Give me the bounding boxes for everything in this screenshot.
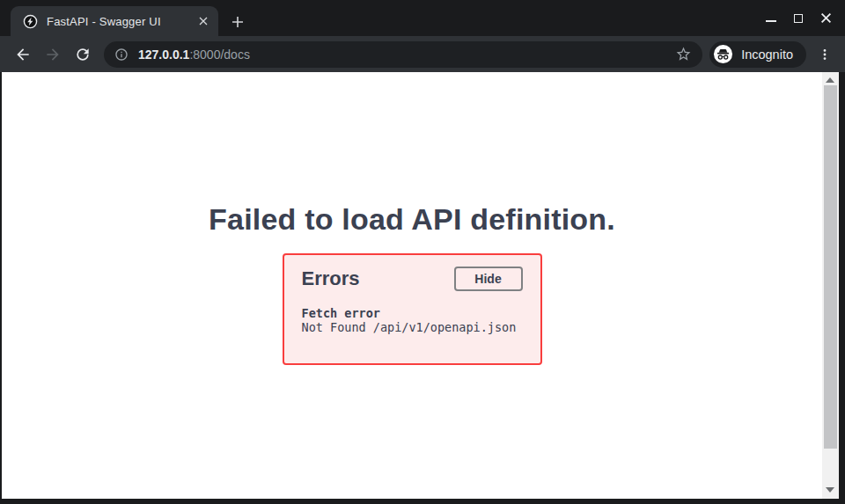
browser-tab[interactable]: FastAPI - Swagger UI [11,6,218,36]
window-close-button[interactable] [818,11,834,26]
forward-button[interactable] [39,40,67,69]
tab-title: FastAPI - Swagger UI [47,15,195,28]
forward-arrow-icon [44,46,62,63]
minimize-icon [766,20,776,22]
url-text: 127.0.0.1:8000/docs [138,47,250,62]
tab-close-icon[interactable] [195,13,211,29]
incognito-icon [713,44,733,64]
error-item: Fetch error Not Found /api/v1/openapi.js… [302,306,523,334]
incognito-label: Incognito [741,47,793,62]
errors-panel-title: Errors [302,267,360,291]
three-dots-icon [817,47,833,62]
browser-toolbar: 127.0.0.1:8000/docs Incognito [0,36,845,72]
scrollbar-thumb[interactable] [824,85,837,449]
hide-errors-button[interactable]: Hide [454,267,523,291]
back-button[interactable] [9,40,37,69]
incognito-badge: Incognito [709,41,806,68]
fastapi-favicon-icon [23,14,38,29]
url-path: :8000/docs [189,47,250,62]
address-bar[interactable]: 127.0.0.1:8000/docs [104,41,702,68]
reload-button[interactable] [69,40,97,69]
close-icon [820,12,832,24]
back-arrow-icon [14,46,32,63]
error-title: Fetch error [302,306,523,320]
url-host: 127.0.0.1 [138,47,189,62]
swagger-ui-content: Failed to load API definition. Errors Hi… [2,72,822,499]
window-minimize-button[interactable] [763,11,779,26]
window-controls [763,0,834,36]
scroll-up-arrow-icon[interactable] [826,77,834,83]
site-info-icon[interactable] [114,47,129,62]
plus-icon [231,16,244,32]
new-tab-button[interactable] [225,11,250,36]
error-message: Not Found /api/v1/openapi.json [302,320,523,334]
page-title: Failed to load API definition. [2,202,822,237]
page-viewport: Failed to load API definition. Errors Hi… [2,72,839,499]
maximize-icon [794,14,803,23]
reload-icon [74,46,92,63]
browser-menu-button[interactable] [812,41,838,68]
errors-panel: Errors Hide Fetch error Not Found /api/v… [283,253,542,365]
page-scrollbar[interactable] [822,72,839,499]
tab-strip: FastAPI - Swagger UI [0,0,845,36]
scroll-down-arrow-icon[interactable] [826,487,834,493]
bookmark-star-icon[interactable] [675,46,692,62]
window-maximize-button[interactable] [790,11,806,26]
